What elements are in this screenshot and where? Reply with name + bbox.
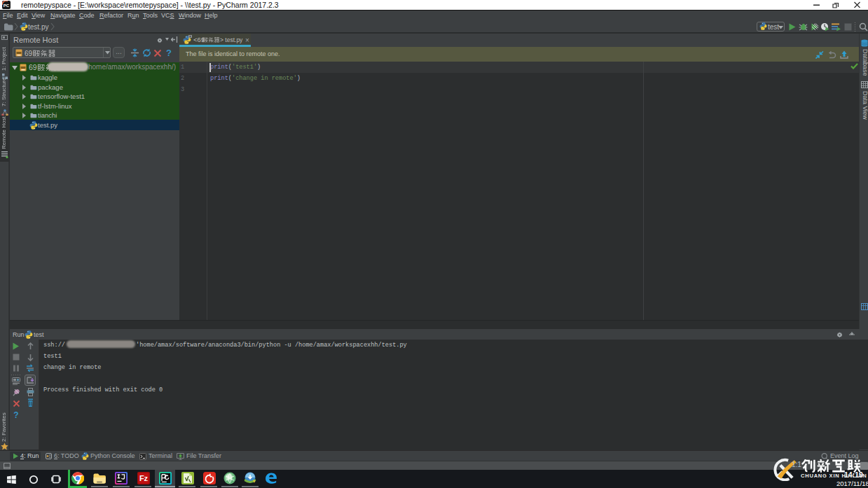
svg-text:69: 69 xyxy=(29,63,37,71)
svg-text:Fz: Fz xyxy=(139,474,149,482)
svg-text:?: ? xyxy=(13,410,18,419)
svg-text:PC: PC xyxy=(4,4,10,8)
svg-text:69: 69 xyxy=(25,50,33,57)
svg-text:?: ? xyxy=(166,48,172,57)
